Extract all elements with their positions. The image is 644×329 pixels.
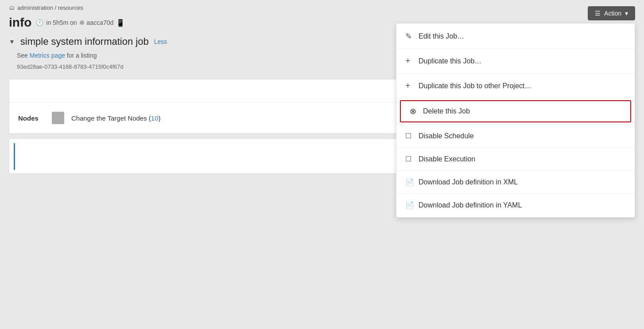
divider-7 — [396, 193, 635, 194]
mobile-icon: 📱 — [116, 19, 125, 27]
breadcrumb: 🗂 administration / resources — [0, 0, 644, 16]
nodes-desc-prefix: Change the Target Nodes ( — [71, 114, 151, 122]
download-xml-item[interactable]: 📄 Download Job definition in XML — [396, 172, 635, 192]
blue-indicator-bar — [14, 143, 15, 170]
duplicate-icon: + — [405, 56, 414, 66]
schedule-info: 🕐 in 5h5m on aacca70d 📱 — [36, 19, 125, 27]
action-button-label: Action — [604, 10, 621, 17]
metrics-link[interactable]: Metrics page — [30, 52, 65, 59]
edit-job-label: Edit this Job… — [419, 32, 464, 40]
download-yaml-label: Download Job definition in YAML — [419, 201, 522, 209]
desc-suffix: for a listing — [67, 52, 97, 59]
header-left: info 🕐 in 5h5m on aacca70d 📱 — [9, 16, 125, 30]
duplicate-job-label: Duplicate this Job… — [419, 57, 481, 65]
download-yaml-icon: 📄 — [405, 201, 414, 209]
clock-icon: 🕐 — [36, 19, 43, 26]
delete-icon: ⊗ — [410, 106, 419, 116]
disable-schedule-label: Disable Schedule — [419, 132, 474, 140]
delete-job-label: Delete this Job — [423, 107, 470, 115]
schedule-text: in 5h5m on — [46, 19, 77, 26]
node-selector-box[interactable] — [52, 112, 64, 124]
less-link[interactable]: Less — [154, 38, 167, 45]
folder-icon: 🗂 — [9, 4, 15, 11]
desc-prefix: See — [17, 52, 28, 59]
collapse-icon[interactable]: ▼ — [9, 38, 15, 45]
divider-4 — [396, 124, 635, 125]
disable-schedule-item[interactable]: ☐ Disable Schedule — [396, 126, 635, 145]
download-xml-icon: 📄 — [405, 178, 414, 186]
duplicate-project-icon: + — [405, 81, 414, 91]
node-id: aacca70d — [87, 19, 114, 26]
action-button[interactable]: ☰ Action ▾ — [588, 6, 635, 20]
divider-3 — [396, 98, 635, 98]
divider-5 — [396, 147, 635, 148]
node-status-dot — [80, 20, 84, 25]
duplicate-project-item[interactable]: + Duplicate this Job to other Project… — [396, 75, 635, 96]
edit-job-item[interactable]: ✎ Edit this Job… — [396, 26, 635, 47]
divider-6 — [396, 170, 635, 171]
duplicate-job-item[interactable]: + Duplicate this Job… — [396, 51, 635, 71]
divider-1 — [396, 48, 635, 49]
disable-schedule-icon: ☐ — [405, 132, 414, 140]
nodes-description: Change the Target Nodes (10) — [71, 114, 161, 122]
breadcrumb-text: administration / resources — [17, 4, 83, 11]
nodes-count[interactable]: 10 — [151, 114, 159, 122]
duplicate-project-label: Duplicate this Job to other Project… — [419, 82, 531, 90]
job-name: simple system information job — [20, 36, 149, 47]
download-yaml-item[interactable]: 📄 Download Job definition in YAML — [396, 196, 635, 215]
download-xml-label: Download Job definition in XML — [419, 178, 518, 186]
edit-icon: ✎ — [405, 31, 414, 41]
job-uuid: 93ed28ae-0733-4168-8783-4715f0c4f67d — [17, 63, 124, 70]
nodes-label: Nodes — [18, 114, 45, 122]
disable-execution-item[interactable]: ☐ Disable Execution — [396, 149, 635, 168]
list-icon: ☰ — [595, 10, 601, 17]
divider-2 — [396, 73, 635, 74]
action-dropdown-menu: ✎ Edit this Job… + Duplicate this Job… +… — [396, 23, 635, 218]
delete-job-item[interactable]: ⊗ Delete this Job — [400, 100, 631, 122]
disable-execution-label: Disable Execution — [419, 155, 475, 163]
page-title: info — [9, 16, 31, 30]
nodes-desc-end: ) — [159, 114, 161, 122]
disable-execution-icon: ☐ — [405, 155, 414, 163]
chevron-down-icon: ▾ — [625, 10, 628, 17]
